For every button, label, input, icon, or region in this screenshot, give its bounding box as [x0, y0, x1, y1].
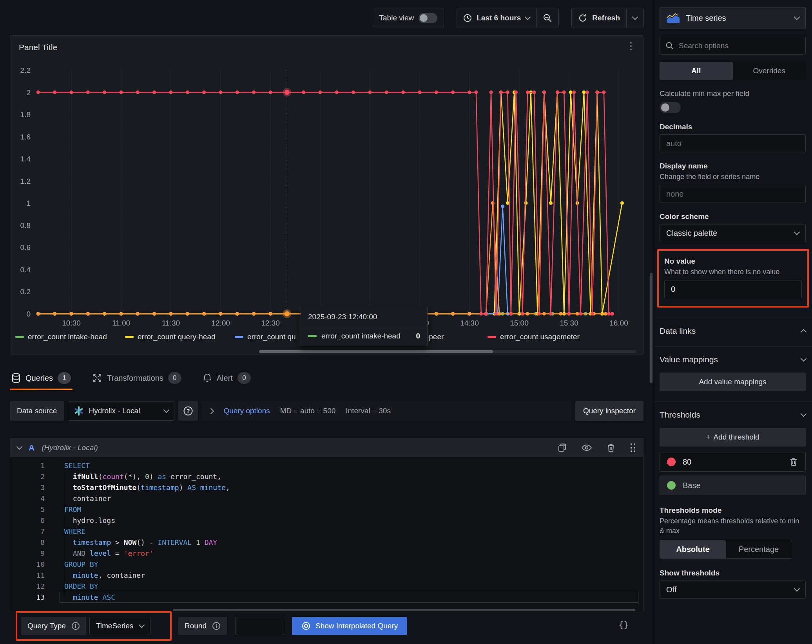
legend-item-0[interactable]: error_count intake-head — [15, 333, 107, 341]
delete-threshold-trash-icon[interactable] — [789, 457, 798, 467]
time-range-label: Last 6 hours — [477, 14, 521, 22]
legend-item-1[interactable]: error_count query-head — [125, 333, 216, 341]
tooltip-series-value: 0 — [416, 332, 420, 340]
tab-all[interactable]: All — [660, 62, 733, 80]
grafana-panel-editor: Table view Last 6 hours — [0, 0, 812, 644]
search-options-input[interactable]: Search options — [660, 37, 806, 55]
show-thresholds-label: Show thresholds — [660, 569, 806, 577]
datasource-help-button[interactable]: ? — [178, 401, 198, 421]
tab-alert[interactable]: Alert 0 — [201, 371, 252, 390]
threshold-row-base[interactable]: Base — [660, 476, 806, 495]
svg-text:14:30: 14:30 — [460, 319, 479, 327]
threshold-value: 80 — [683, 458, 691, 467]
line-source: minute ASC — [54, 592, 115, 603]
threshold-base-label: Base — [683, 481, 701, 490]
mode-absolute[interactable]: Absolute — [660, 540, 726, 558]
code-line-1[interactable]: 1SELECT — [10, 460, 643, 471]
legend-label: error_count query-head — [138, 333, 216, 341]
legend-scrollbar-track[interactable] — [493, 350, 636, 353]
visualization-name: Time series — [686, 14, 726, 23]
value-mappings-section[interactable]: Value mappings — [660, 347, 806, 373]
datasource-label: Data source — [10, 401, 64, 421]
tab-queries[interactable]: Queries 1 — [10, 371, 72, 390]
line-source: WHERE — [54, 526, 85, 537]
thresholds-title: Thresholds — [660, 410, 700, 420]
thresholds-section[interactable]: Thresholds — [660, 402, 806, 428]
sql-editor[interactable]: 1SELECT2 ifNull(count(*), 0) as error_co… — [10, 457, 643, 613]
calc-minmax-toggle[interactable] — [660, 102, 681, 113]
query-type-label: Query Type — [27, 622, 66, 630]
show-thresholds-select[interactable]: Off — [660, 581, 806, 599]
hide-query-eye-icon[interactable] — [581, 443, 592, 452]
query-options-link[interactable]: Query options — [223, 407, 270, 415]
collapse-chevron-icon[interactable] — [16, 444, 23, 450]
timeseries-viz-icon — [666, 13, 680, 24]
panel-title: Panel Title — [19, 43, 57, 52]
value-mappings-title: Value mappings — [660, 355, 718, 364]
threshold-color-dot[interactable] — [667, 458, 676, 466]
options-scrollbar-thumb[interactable] — [650, 273, 652, 383]
code-line-9[interactable]: 9 AND level = 'error' — [10, 548, 643, 559]
delete-query-trash-icon[interactable] — [606, 443, 616, 452]
display-name-input[interactable]: none — [660, 185, 806, 203]
line-source: SELECT — [54, 460, 90, 471]
chevron-down-icon — [794, 229, 800, 235]
table-view-toggle[interactable] — [419, 13, 437, 23]
display-name-desc: Change the field or series name — [660, 172, 806, 182]
chevron-down-icon — [801, 356, 807, 362]
mode-percentage[interactable]: Percentage — [726, 540, 792, 558]
svg-text:1.8: 1.8 — [20, 110, 31, 119]
duplicate-query-icon[interactable] — [558, 443, 567, 452]
calc-minmax-label: Calculate min max per field — [660, 89, 806, 98]
clock-icon — [463, 14, 472, 22]
show-interpolated-query-button[interactable]: Show Interpolated Query — [292, 617, 407, 635]
no-value-desc: What to show when there is no value — [664, 267, 802, 277]
legend-item-2[interactable]: error_count qu — [235, 333, 296, 341]
zoom-out-button[interactable] — [536, 9, 558, 27]
code-line-12[interactable]: 12ORDER BY — [10, 581, 643, 592]
no-value-highlight-box: No value What to show when there is no v… — [657, 249, 809, 308]
round-input[interactable] — [235, 617, 285, 635]
threshold-row-80[interactable]: 80 — [660, 452, 806, 472]
code-line-8[interactable]: 8 timestamp > NOW() - INTERVAL 1 DAY — [10, 537, 643, 548]
time-range-button[interactable]: Last 6 hours — [457, 9, 536, 27]
line-number: 13 — [10, 592, 54, 603]
code-line-10[interactable]: 10GROUP BY — [10, 559, 643, 570]
datasource-select[interactable]: Hydrolix - Local — [68, 401, 174, 421]
color-scheme-select[interactable]: Classic palette — [660, 224, 806, 242]
drag-handle-grip-icon[interactable] — [630, 443, 636, 453]
code-braces-button[interactable]: {} — [618, 620, 629, 630]
chevron-down-icon — [163, 407, 170, 413]
code-line-11[interactable]: 11 minute, container — [10, 570, 643, 581]
refresh-button[interactable]: Refresh — [572, 9, 626, 27]
code-line-5[interactable]: 5FROM — [10, 504, 643, 515]
code-line-3[interactable]: 3 toStartOfMinute(timestamp) AS minute, — [10, 482, 643, 493]
code-line-2[interactable]: 2 ifNull(count(*), 0) as error_count, — [10, 471, 643, 482]
code-line-6[interactable]: 6 hydro.logs — [10, 515, 643, 526]
tab-overrides[interactable]: Overrides — [733, 62, 806, 80]
tab-transformations[interactable]: Transformations 0 — [91, 371, 183, 390]
show-interpolated-query-label: Show Interpolated Query — [315, 622, 398, 630]
threshold-base-color-dot[interactable] — [667, 481, 676, 490]
visualization-picker[interactable]: Time series — [660, 7, 806, 29]
code-line-13[interactable]: 13 minute ASC — [10, 592, 643, 603]
line-source: minute, container — [54, 570, 145, 581]
line-source: ifNull(count(*), 0) as error_count, — [54, 471, 221, 482]
zoom-out-icon — [543, 13, 552, 23]
refresh-interval-button[interactable] — [626, 9, 643, 27]
panel-menu-kebab-icon[interactable]: ⋮ — [626, 40, 636, 51]
query-type-select[interactable]: TimeSeries — [89, 617, 150, 635]
query-inspector-button[interactable]: Query inspector — [575, 401, 643, 421]
data-links-section[interactable]: Data links — [660, 318, 806, 344]
code-line-7[interactable]: 7WHERE — [10, 526, 643, 537]
legend-item-4[interactable]: error_count usagemeter — [488, 333, 580, 341]
add-threshold-button[interactable]: + Add threshold — [660, 428, 806, 447]
query-type-value: TimeSeries — [96, 622, 133, 630]
no-value-input[interactable]: 0 — [664, 280, 802, 298]
add-value-mappings-button[interactable]: Add value mappings — [660, 373, 806, 391]
legend-scrollbar-thumb[interactable] — [259, 350, 493, 353]
decimals-input[interactable]: auto — [660, 134, 806, 152]
code-line-4[interactable]: 4 container — [10, 493, 643, 504]
transform-icon — [92, 373, 102, 383]
query-options-strip[interactable]: Query options MD = auto = 500 Interval =… — [202, 401, 571, 421]
